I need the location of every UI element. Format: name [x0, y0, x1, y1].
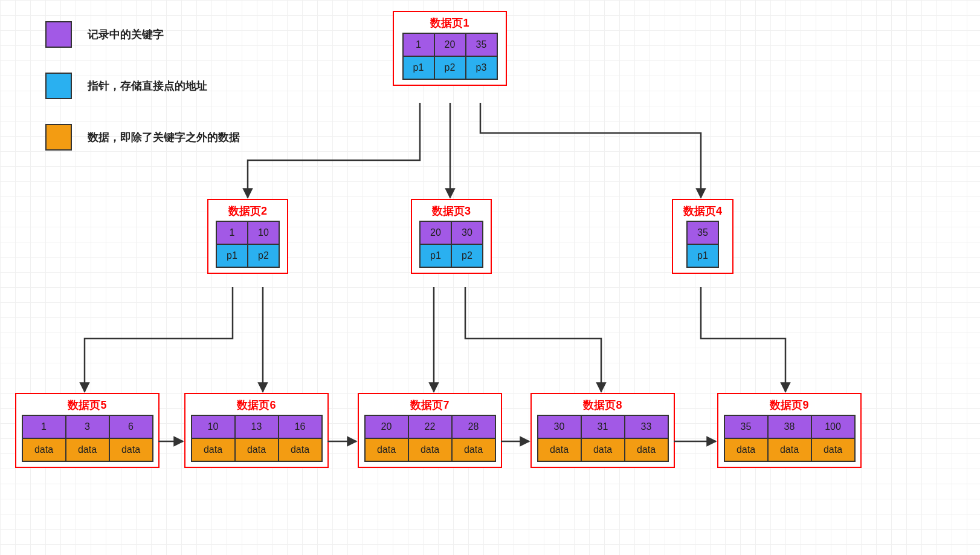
data-cell: data	[537, 438, 582, 462]
page-title: 数据页8	[532, 394, 674, 415]
key-cell: 100	[811, 415, 856, 439]
pointer-cell: p1	[419, 244, 452, 268]
key-cell: 33	[624, 415, 669, 439]
data-page-1: 数据页1 1 20 35 p1 p2 p3	[393, 11, 507, 86]
data-cell: data	[109, 438, 153, 462]
key-cell: 13	[234, 415, 279, 439]
key-cell: 30	[537, 415, 582, 439]
page-title: 数据页5	[16, 394, 158, 415]
legend-label-data: 数据，即除了关键字之外的数据	[88, 130, 240, 144]
data-page-6: 数据页6 10 13 16 data data data	[184, 393, 329, 468]
pointer-cell: p2	[247, 244, 280, 268]
key-cell: 20	[364, 415, 409, 439]
data-cell: data	[22, 438, 66, 462]
legend-label-pointer: 指针，存储直接点的地址	[88, 79, 207, 93]
data-cell: data	[191, 438, 236, 462]
key-cell: 3	[65, 415, 110, 439]
page-title: 数据页9	[718, 394, 860, 415]
legend-label-key: 记录中的关键字	[88, 27, 164, 42]
pointer-cell: p1	[686, 244, 719, 268]
pointer-cell: p1	[216, 244, 248, 268]
pointer-cell: p2	[451, 244, 483, 268]
diagram-canvas: 记录中的关键字 指针，存储直接点的地址 数据，即除了关键字之外的数据 数据页1 …	[0, 0, 980, 555]
key-cell: 38	[767, 415, 812, 439]
key-cell: 22	[408, 415, 453, 439]
key-cell: 31	[581, 415, 625, 439]
page-title: 数据页4	[673, 200, 732, 221]
data-cell: data	[408, 438, 453, 462]
data-cell: data	[811, 438, 856, 462]
pointer-cell: p3	[465, 56, 498, 80]
page-title: 数据页3	[412, 200, 491, 221]
data-cell: data	[364, 438, 409, 462]
data-cell: data	[65, 438, 110, 462]
key-cell: 28	[451, 415, 496, 439]
key-cell: 6	[109, 415, 153, 439]
key-cell: 1	[402, 33, 435, 57]
data-page-9: 数据页9 35 38 100 data data data	[717, 393, 862, 468]
key-cell: 16	[278, 415, 323, 439]
key-cell: 35	[465, 33, 498, 57]
key-cell: 1	[216, 221, 248, 245]
key-cell: 30	[451, 221, 483, 245]
data-page-5: 数据页5 1 3 6 data data data	[15, 393, 160, 468]
data-cell: data	[451, 438, 496, 462]
data-cell: data	[234, 438, 279, 462]
data-page-2: 数据页2 1 10 p1 p2	[207, 199, 288, 274]
key-cell: 1	[22, 415, 66, 439]
key-cell: 10	[191, 415, 236, 439]
key-cell: 35	[686, 221, 719, 245]
legend-swatch-key	[45, 21, 72, 48]
key-cell: 20	[419, 221, 452, 245]
pointer-cell: p2	[434, 56, 466, 80]
data-cell: data	[278, 438, 323, 462]
page-title: 数据页7	[359, 394, 501, 415]
data-page-8: 数据页8 30 31 33 data data data	[530, 393, 675, 468]
key-cell: 10	[247, 221, 280, 245]
page-title: 数据页6	[185, 394, 327, 415]
data-page-3: 数据页3 20 30 p1 p2	[411, 199, 492, 274]
legend-swatch-pointer	[45, 73, 72, 99]
data-page-7: 数据页7 20 22 28 data data data	[358, 393, 502, 468]
data-cell: data	[767, 438, 812, 462]
data-cell: data	[624, 438, 669, 462]
key-cell: 20	[434, 33, 466, 57]
key-cell: 35	[724, 415, 769, 439]
legend-swatch-data	[45, 124, 72, 151]
data-cell: data	[724, 438, 769, 462]
data-cell: data	[581, 438, 625, 462]
pointer-cell: p1	[402, 56, 435, 80]
page-title: 数据页1	[394, 12, 506, 33]
page-title: 数据页2	[208, 200, 287, 221]
data-page-4: 数据页4 35 p1	[672, 199, 733, 274]
